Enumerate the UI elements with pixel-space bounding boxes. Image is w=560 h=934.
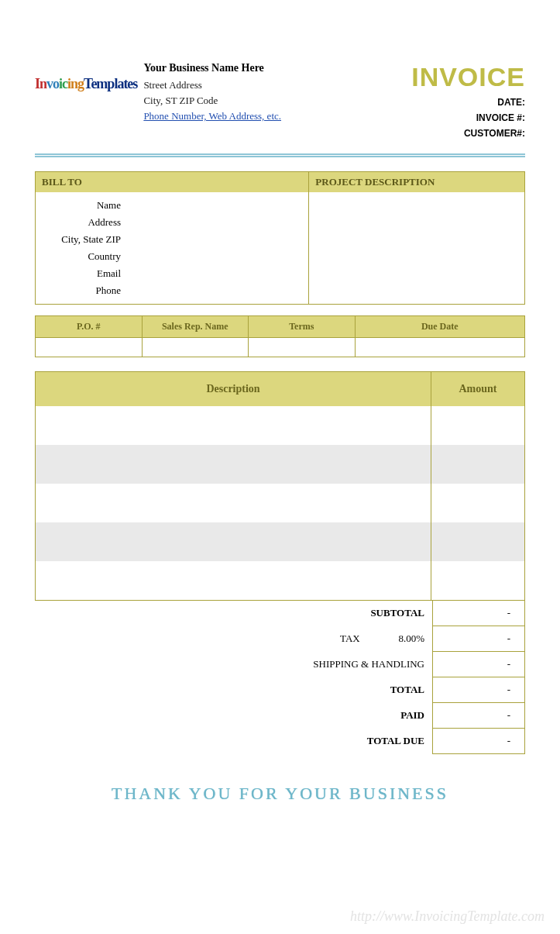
shipping-label: SHIPPING & HANDLING — [313, 658, 424, 670]
billto-section: BILL TO Name Address City, State ZIP Cou… — [35, 171, 525, 305]
po-head-salesrep: Sales Rep. Name — [143, 316, 249, 338]
business-block: Your Business Name Here Street Address C… — [143, 62, 281, 143]
subtotal-value: - — [432, 601, 525, 626]
shipping-value: - — [432, 652, 525, 677]
po-cell-terms — [249, 338, 355, 357]
totaldue-value: - — [432, 729, 525, 754]
billto-rows: Name Address City, State ZIP Country Ema… — [36, 192, 308, 304]
invoice-title: INVOICE — [411, 62, 525, 92]
meta-date-label: DATE: — [411, 97, 525, 108]
items-head: Description Amount — [36, 372, 524, 406]
meta-customer-label: CUSTOMER#: — [411, 128, 525, 139]
tax-rate: 8.00% — [378, 632, 424, 645]
divider-rule — [35, 153, 525, 157]
billto-row-phone: Phone — [36, 282, 308, 299]
item-amt-cell — [431, 561, 524, 600]
po-col-number: P.O. # — [36, 316, 143, 357]
billto-label-address: Address — [36, 216, 129, 229]
billto-row-country: Country — [36, 248, 308, 265]
item-amt-cell — [431, 484, 524, 522]
logo-text-part: Templates — [84, 76, 137, 91]
billto-label-phone: Phone — [36, 284, 129, 297]
header: InvoicingTemplates Your Business Name He… — [35, 62, 525, 143]
totals-row-shipping: SHIPPING & HANDLING - — [35, 652, 525, 677]
item-row — [36, 406, 524, 445]
item-desc-cell — [36, 445, 431, 484]
header-left: InvoicingTemplates Your Business Name He… — [35, 62, 281, 143]
billto-row-name: Name — [36, 197, 308, 214]
item-amt-cell — [431, 406, 524, 445]
item-row — [36, 484, 524, 522]
totals-row-totaldue: TOTAL DUE - — [35, 729, 525, 754]
paid-value: - — [432, 703, 525, 729]
thank-you-message: THANK YOU FOR YOUR BUSINESS — [35, 784, 525, 804]
total-label: TOTAL — [390, 684, 424, 695]
project-description: PROJECT DESCRIPTION — [309, 172, 524, 304]
item-desc-cell — [36, 561, 431, 600]
tax-label: TAX — [340, 632, 360, 644]
total-value: - — [432, 677, 525, 703]
item-row — [36, 445, 524, 484]
totals-row-tax: TAX 8.00% - — [35, 626, 525, 652]
item-amt-cell — [431, 522, 524, 561]
business-city-line: City, ST ZIP Code — [143, 95, 281, 107]
totals-row-paid: PAID - — [35, 703, 525, 729]
billto-label-country: Country — [36, 250, 129, 263]
po-head-terms: Terms — [249, 316, 355, 338]
totaldue-label: TOTAL DUE — [367, 735, 424, 746]
totals-row-total: TOTAL - — [35, 677, 525, 703]
po-col-duedate: Due Date — [356, 316, 524, 357]
header-right: INVOICE DATE: INVOICE #: CUSTOMER#: — [411, 62, 525, 143]
po-col-terms: Terms — [249, 316, 356, 357]
business-street: Street Address — [143, 79, 281, 91]
invoice-page: InvoicingTemplates Your Business Name He… — [0, 0, 560, 835]
tax-value: - — [432, 626, 525, 652]
watermark: http://www.InvoicingTemplate.com — [350, 908, 545, 925]
po-cell-duedate — [356, 338, 524, 357]
billto-row-csz: City, State ZIP — [36, 231, 308, 248]
item-amt-cell — [431, 445, 524, 484]
po-col-salesrep: Sales Rep. Name — [143, 316, 249, 357]
item-desc-cell — [36, 406, 431, 445]
items-head-description: Description — [36, 372, 431, 406]
billto-label-csz: City, State ZIP — [36, 233, 129, 246]
item-row — [36, 522, 524, 561]
billto-left: BILL TO Name Address City, State ZIP Cou… — [36, 172, 309, 304]
billto-row-address: Address — [36, 214, 308, 231]
po-head-number: P.O. # — [36, 316, 142, 338]
business-name: Your Business Name Here — [143, 62, 281, 74]
item-desc-cell — [36, 522, 431, 561]
totals-section: SUBTOTAL - TAX 8.00% - SHIPPING & HANDLI… — [35, 601, 525, 754]
project-header: PROJECT DESCRIPTION — [309, 172, 524, 192]
item-row — [36, 561, 524, 600]
po-head-duedate: Due Date — [356, 316, 524, 338]
logo: InvoicingTemplates — [35, 76, 137, 143]
billto-label-name: Name — [36, 199, 129, 212]
subtotal-label: SUBTOTAL — [370, 607, 424, 619]
po-table: P.O. # Sales Rep. Name Terms Due Date — [35, 315, 525, 357]
items-head-amount: Amount — [431, 372, 524, 406]
totals-row-subtotal: SUBTOTAL - — [35, 601, 525, 626]
item-desc-cell — [36, 484, 431, 522]
business-contact-link[interactable]: Phone Number, Web Address, etc. — [143, 110, 281, 122]
po-cell-number — [36, 338, 142, 357]
items-table: Description Amount — [35, 371, 525, 601]
po-cell-salesrep — [143, 338, 249, 357]
paid-label: PAID — [400, 709, 424, 721]
billto-label-email: Email — [36, 267, 129, 280]
billto-header: BILL TO — [36, 172, 308, 192]
meta-invoice-label: INVOICE #: — [411, 112, 525, 123]
billto-row-email: Email — [36, 265, 308, 282]
